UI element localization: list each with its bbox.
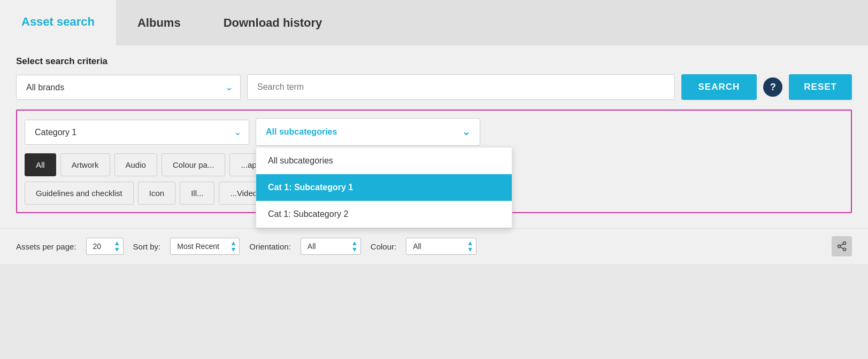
orientation-label: Orientation:	[249, 242, 291, 251]
subcategory-select-wrapper: All subcategories ⌄ All subcategories Ca…	[256, 118, 480, 146]
share-icon	[836, 241, 847, 252]
section-title: Select search criteria	[16, 56, 852, 67]
reset-button[interactable]: RESET	[789, 74, 852, 100]
filetype-audio-button[interactable]: Audio	[114, 153, 157, 176]
brand-select-wrapper: All brands Brand 1 Brand 2 ⌄	[16, 75, 241, 100]
assets-per-page-label: Assets per page:	[16, 242, 76, 251]
search-input[interactable]	[247, 74, 675, 100]
sort-by-select-wrapper: Most Recent Oldest A-Z ▲▼	[170, 238, 240, 255]
colour-label: Colour:	[371, 242, 396, 251]
category-select[interactable]: Category 1 Category 2 Category 3	[25, 120, 249, 145]
tab-download-history[interactable]: Download history	[202, 0, 344, 45]
main-container: Asset search Albums Download history Sel…	[0, 0, 868, 359]
category-select-wrapper: Category 1 Category 2 Category 3 ⌄	[25, 120, 249, 145]
bottom-bar: Assets per page: 20 40 60 ▲▼ Sort by: Mo…	[0, 228, 868, 264]
tabs-bar: Asset search Albums Download history	[0, 0, 868, 45]
brand-select[interactable]: All brands Brand 1 Brand 2	[16, 75, 241, 100]
colour-select[interactable]: All Colour Black & White	[406, 238, 477, 255]
filetype-colourpa-button[interactable]: Colour pa...	[162, 153, 226, 176]
filetype-guidelines-button[interactable]: Guidelines and checklist	[25, 182, 134, 205]
orientation-select[interactable]: All Landscape Portrait	[301, 238, 361, 255]
subcategory-select-button[interactable]: All subcategories ⌄	[256, 118, 480, 146]
content-area: Select search criteria All brands Brand …	[0, 45, 868, 228]
svg-line-3	[840, 247, 843, 248]
sort-by-label: Sort by:	[133, 242, 161, 251]
subcat-option-2[interactable]: Cat 1: Subcategory 2	[256, 201, 512, 228]
subcategory-arrow-icon: ⌄	[462, 126, 470, 138]
subcategory-select-label: All subcategories	[266, 127, 337, 137]
share-button[interactable]	[832, 236, 852, 256]
filetype-ill-button[interactable]: Ill...	[180, 182, 214, 205]
filetype-all-button[interactable]: All	[25, 153, 56, 176]
tab-asset-search[interactable]: Asset search	[0, 0, 116, 45]
svg-line-4	[840, 244, 843, 245]
assets-per-page-select-wrapper: 20 40 60 ▲▼	[86, 238, 124, 255]
assets-per-page-select[interactable]: 20 40 60	[86, 238, 124, 255]
orientation-select-wrapper: All Landscape Portrait ▲▼	[301, 238, 361, 255]
filetype-artwork-button[interactable]: Artwork	[60, 153, 110, 176]
help-button[interactable]: ?	[763, 77, 782, 97]
category-section: Category 1 Category 2 Category 3 ⌄ All s…	[16, 110, 852, 213]
colour-select-wrapper: All Colour Black & White ▲▼	[406, 238, 477, 255]
category-row: Category 1 Category 2 Category 3 ⌄ All s…	[25, 118, 843, 146]
search-row: All brands Brand 1 Brand 2 ⌄ SEARCH ? RE…	[16, 74, 852, 100]
tab-albums[interactable]: Albums	[116, 0, 202, 45]
subcategory-dropdown: All subcategories Cat 1: Subcategory 1 C…	[256, 147, 512, 228]
sort-by-select[interactable]: Most Recent Oldest A-Z	[170, 238, 240, 255]
subcat-option-all[interactable]: All subcategories	[256, 147, 512, 174]
subcat-option-1[interactable]: Cat 1: Subcategory 1	[256, 174, 512, 201]
filetype-icon-button[interactable]: Icon	[138, 182, 175, 205]
search-button[interactable]: SEARCH	[681, 74, 757, 100]
